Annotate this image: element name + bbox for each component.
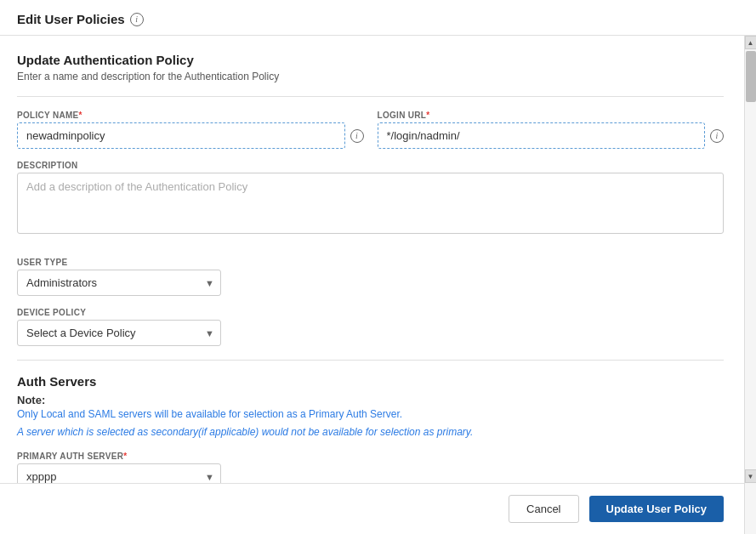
description-placeholder: Add a description of the Authentication … (26, 180, 247, 193)
policy-name-group: POLICY NAME* i (17, 111, 364, 149)
note-primary-text: Only Local and SAML servers will be avai… (17, 406, 724, 422)
primary-auth-label: PRIMARY AUTH SERVER* (17, 452, 724, 461)
user-type-select[interactable]: Administrators Users Guests (17, 270, 221, 296)
description-label: DESCRIPTION (17, 161, 724, 170)
policy-name-info-icon[interactable]: i (350, 129, 364, 143)
page-title-info-icon[interactable]: i (130, 13, 144, 26)
device-policy-select[interactable]: Select a Device Policy Policy 1 Policy 2 (17, 320, 221, 346)
policy-name-login-url-row: POLICY NAME* i LOGIN URL* i (17, 111, 724, 149)
login-url-input-wrapper: i (378, 122, 725, 149)
section-subtitle: Enter a name and description for the Aut… (17, 71, 724, 82)
user-type-label: USER TYPE (17, 258, 724, 267)
login-url-input[interactable] (378, 122, 706, 149)
update-user-policy-button[interactable]: Update User Policy (589, 496, 725, 522)
divider-1 (17, 96, 724, 97)
user-type-group: USER TYPE Administrators Users Guests ▼ (17, 258, 724, 296)
policy-name-input[interactable] (17, 122, 345, 149)
scrollbar-track: ▲ ▼ (744, 36, 756, 534)
policy-name-label: POLICY NAME* (17, 111, 364, 120)
footer: Cancel Update User Policy (0, 483, 744, 534)
scrollbar-down-btn[interactable]: ▼ (745, 469, 757, 483)
page-title: Edit User Policies (17, 12, 125, 26)
description-group: DESCRIPTION Add a description of the Aut… (17, 161, 724, 246)
divider-2 (17, 360, 724, 361)
device-policy-label: DEVICE POLICY (17, 308, 724, 317)
page-header: Edit User Policies i (0, 0, 756, 36)
auth-servers-title: Auth Servers (17, 374, 724, 389)
user-type-select-wrapper: Administrators Users Guests ▼ (17, 270, 221, 296)
section-title: Update Authentication Policy (17, 53, 724, 67)
note-label: Note: (17, 394, 45, 406)
main-layout: Update Authentication Policy Enter a nam… (0, 36, 756, 534)
login-url-label: LOGIN URL* (378, 111, 725, 120)
policy-name-input-wrapper: i (17, 122, 364, 149)
scrollbar-thumb[interactable] (746, 51, 756, 102)
device-policy-select-wrapper: Select a Device Policy Policy 1 Policy 2… (17, 320, 221, 346)
note-primary-italic: A server which is selected as secondary(… (17, 424, 724, 440)
description-box: Add a description of the Authentication … (17, 173, 724, 234)
device-policy-group: DEVICE POLICY Select a Device Policy Pol… (17, 308, 724, 346)
login-url-group: LOGIN URL* i (378, 111, 725, 149)
content-area: Update Authentication Policy Enter a nam… (0, 36, 744, 534)
cancel-button[interactable]: Cancel (509, 495, 578, 523)
scrollbar-up-btn[interactable]: ▲ (745, 36, 757, 49)
login-url-info-icon[interactable]: i (710, 129, 724, 143)
